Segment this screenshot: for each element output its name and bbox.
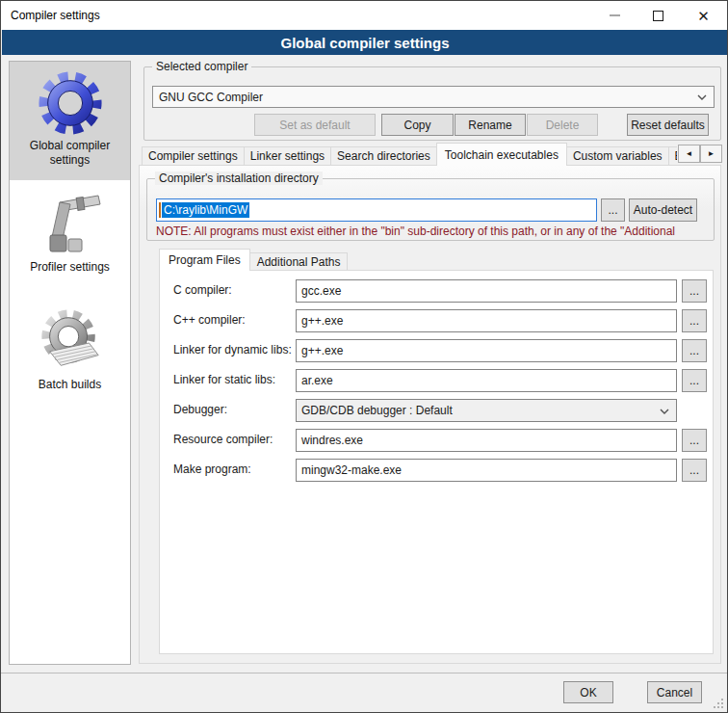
compiler-settings-dialog: Compiler settings ✕ Global compiler sett… bbox=[0, 0, 728, 713]
resize-grip[interactable] bbox=[714, 699, 723, 708]
tab-scroll-right-button[interactable]: ► bbox=[700, 145, 722, 163]
cpp-compiler-browse-button[interactable]: ... bbox=[682, 309, 707, 332]
minimize-icon bbox=[610, 14, 620, 16]
maximize-icon bbox=[653, 11, 663, 21]
sidebar-item-label: Global compiler settings bbox=[10, 137, 130, 175]
caliper-icon bbox=[10, 191, 130, 258]
make-program-label: Make program: bbox=[173, 462, 251, 476]
compiler-select[interactable]: GNU GCC Compiler bbox=[152, 86, 715, 108]
tab-search-directories[interactable]: Search directories bbox=[330, 146, 437, 166]
resource-compiler-browse-button[interactable]: ... bbox=[682, 429, 707, 452]
tab-custom-variables[interactable]: Custom variables bbox=[566, 146, 669, 166]
selected-path-text: C:\raylib\MinGW bbox=[162, 202, 249, 218]
sidebar-item-label: Profiler settings bbox=[10, 258, 130, 282]
sidebar-item-batch-builds[interactable]: Batch builds bbox=[10, 301, 130, 400]
cancel-button[interactable]: Cancel bbox=[647, 681, 702, 703]
linker-static-label: Linker for static libs: bbox=[173, 373, 275, 386]
chevron-down-icon bbox=[697, 94, 707, 100]
tab-compiler-settings[interactable]: Compiler settings bbox=[142, 146, 245, 166]
ok-button[interactable]: OK bbox=[563, 681, 613, 703]
resource-compiler-input[interactable]: windres.exe bbox=[296, 429, 677, 452]
make-program-value: mingw32-make.exe bbox=[301, 463, 402, 477]
tab-build-options[interactable]: Build options bbox=[668, 146, 677, 166]
tab-linker-settings[interactable]: Linker settings bbox=[244, 146, 331, 166]
selected-compiler-group: Selected compiler GNU GCC Compiler Set a… bbox=[143, 66, 721, 141]
make-program-browse-button[interactable]: ... bbox=[682, 459, 707, 482]
blue-gear-icon bbox=[10, 69, 130, 137]
linker-dynamic-label: Linker for dynamic libs: bbox=[173, 343, 292, 356]
text-caret bbox=[159, 202, 161, 218]
minimize-button[interactable] bbox=[593, 1, 637, 30]
c-compiler-browse-button[interactable]: ... bbox=[682, 279, 707, 303]
reset-defaults-button[interactable]: Reset defaults bbox=[627, 114, 709, 136]
rename-button[interactable]: Rename bbox=[455, 114, 526, 136]
cpp-compiler-label: C++ compiler: bbox=[173, 313, 246, 327]
linker-static-input[interactable]: ar.exe bbox=[296, 369, 677, 392]
close-button[interactable]: ✕ bbox=[682, 1, 725, 30]
dialog-banner: Global compiler settings bbox=[2, 30, 728, 55]
files-subtabstrip: Program Files Additional Paths bbox=[159, 249, 347, 271]
browse-directory-button[interactable]: ... bbox=[601, 198, 625, 222]
arrow-left-icon: ◄ bbox=[686, 149, 693, 158]
linker-dynamic-value: g++.exe bbox=[301, 344, 343, 357]
resource-compiler-value: windres.exe bbox=[301, 434, 363, 447]
resource-compiler-label: Resource compiler: bbox=[173, 433, 273, 446]
chevron-down-icon bbox=[660, 409, 669, 414]
installation-directory-input[interactable]: C:\raylib\MinGW bbox=[156, 198, 597, 222]
close-icon: ✕ bbox=[697, 9, 710, 23]
debugger-select[interactable]: GDB/CDB debugger : Default bbox=[296, 399, 677, 422]
debugger-value: GDB/CDB debugger : Default bbox=[301, 404, 453, 417]
group-legend: Selected compiler bbox=[152, 60, 251, 73]
banner-title: Global compiler settings bbox=[280, 35, 449, 51]
auto-detect-button[interactable]: Auto-detect bbox=[629, 198, 697, 222]
cpp-compiler-value: g++.exe bbox=[301, 314, 343, 328]
sidebar-item-label: Batch builds bbox=[10, 376, 130, 400]
delete-button[interactable]: Delete bbox=[527, 114, 598, 136]
gray-gear-papers-icon bbox=[10, 308, 130, 376]
maximize-button[interactable] bbox=[637, 1, 680, 30]
sidebar-item-global-compiler-settings[interactable]: Global compiler settings bbox=[10, 62, 130, 180]
compiler-select-value: GNU GCC Compiler bbox=[159, 91, 263, 104]
program-files-page: C compiler: gcc.exe ... C++ compiler: g+… bbox=[159, 270, 714, 654]
c-compiler-label: C compiler: bbox=[173, 283, 232, 297]
settings-category-list: Global compiler settings Profiler settin… bbox=[9, 61, 131, 665]
sidebar-item-profiler-settings[interactable]: Profiler settings bbox=[10, 187, 130, 282]
footer-divider bbox=[1, 673, 728, 673]
make-program-input[interactable]: mingw32-make.exe bbox=[296, 459, 677, 482]
tab-toolchain-executables[interactable]: Toolchain executables bbox=[436, 143, 567, 166]
tab-scroll-left-button[interactable]: ◄ bbox=[678, 145, 700, 163]
group-legend: Compiler's installation directory bbox=[155, 172, 323, 185]
cpp-compiler-input[interactable]: g++.exe bbox=[296, 309, 677, 332]
debugger-label: Debugger: bbox=[173, 403, 227, 416]
arrow-right-icon: ► bbox=[708, 149, 715, 158]
c-compiler-value: gcc.exe bbox=[301, 284, 341, 298]
subtab-additional-paths[interactable]: Additional Paths bbox=[249, 252, 349, 271]
subtab-program-files[interactable]: Program Files bbox=[159, 249, 250, 271]
settings-tabstrip: Compiler settings Linker settings Search… bbox=[142, 143, 677, 166]
installation-directory-group: Compiler's installation directory C:\ray… bbox=[146, 178, 715, 241]
bin-subdirectory-note: NOTE: All programs must exist either in … bbox=[156, 224, 713, 239]
linker-static-value: ar.exe bbox=[301, 374, 333, 387]
window-title: Compiler settings bbox=[11, 9, 100, 22]
titlebar[interactable]: Compiler settings ✕ bbox=[1, 1, 727, 30]
linker-dynamic-input[interactable]: g++.exe bbox=[296, 339, 677, 362]
linker-static-browse-button[interactable]: ... bbox=[682, 369, 707, 392]
c-compiler-input[interactable]: gcc.exe bbox=[296, 279, 677, 303]
linker-dynamic-browse-button[interactable]: ... bbox=[682, 339, 707, 362]
set-as-default-button[interactable]: Set as default bbox=[254, 114, 376, 136]
copy-button[interactable]: Copy bbox=[381, 114, 454, 136]
